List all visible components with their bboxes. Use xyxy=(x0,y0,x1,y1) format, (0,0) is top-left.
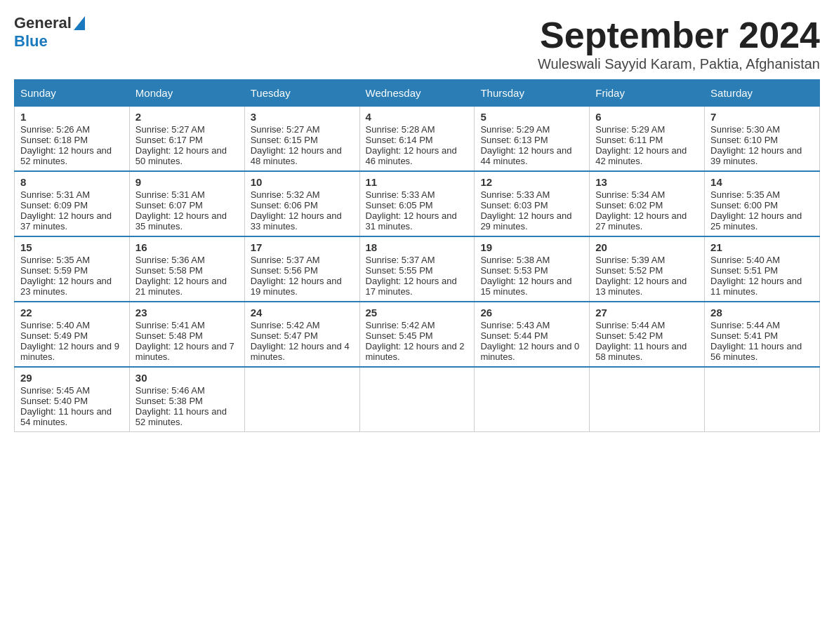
day-number: 23 xyxy=(135,307,239,318)
day-number: 29 xyxy=(20,372,124,384)
day-number: 15 xyxy=(20,241,124,253)
calendar-week-row: 22Sunrise: 5:40 AMSunset: 5:49 PMDayligh… xyxy=(15,302,820,367)
sunset: Sunset: 6:10 PM xyxy=(710,135,778,145)
calendar-cell: 2Sunrise: 5:27 AMSunset: 6:17 PMDaylight… xyxy=(129,107,244,172)
calendar-cell: 3Sunrise: 5:27 AMSunset: 6:15 PMDaylight… xyxy=(244,107,359,172)
sunrise: Sunrise: 5:36 AM xyxy=(135,255,205,265)
calendar-table: SundayMondayTuesdayWednesdayThursdayFrid… xyxy=(14,79,820,432)
sunrise: Sunrise: 5:26 AM xyxy=(20,124,90,135)
calendar-cell: 1Sunrise: 5:26 AMSunset: 6:18 PMDaylight… xyxy=(15,107,130,172)
calendar-cell xyxy=(244,367,359,432)
sunset: Sunset: 5:45 PM xyxy=(366,330,433,341)
sunrise: Sunrise: 5:29 AM xyxy=(595,124,665,135)
sunset: Sunset: 5:48 PM xyxy=(135,330,203,341)
header-monday: Monday xyxy=(129,80,244,107)
sunset: Sunset: 5:55 PM xyxy=(366,265,433,276)
sunrise: Sunrise: 5:37 AM xyxy=(366,255,435,265)
day-number: 25 xyxy=(366,307,469,318)
daylight: Daylight: 11 hours and 52 minutes. xyxy=(135,406,227,427)
calendar-cell: 6Sunrise: 5:29 AMSunset: 6:11 PMDaylight… xyxy=(590,107,705,172)
daylight: Daylight: 12 hours and 2 minutes. xyxy=(366,341,465,362)
sunrise: Sunrise: 5:44 AM xyxy=(710,320,780,330)
daylight: Daylight: 12 hours and 15 minutes. xyxy=(480,276,571,297)
calendar-week-row: 8Sunrise: 5:31 AMSunset: 6:09 PMDaylight… xyxy=(15,171,820,236)
daylight: Daylight: 12 hours and 39 minutes. xyxy=(710,145,802,166)
day-number: 3 xyxy=(251,111,354,123)
day-number: 14 xyxy=(710,176,814,188)
sunset: Sunset: 6:17 PM xyxy=(135,135,203,145)
daylight: Daylight: 12 hours and 37 minutes. xyxy=(20,210,112,232)
sunrise: Sunrise: 5:29 AM xyxy=(480,124,550,135)
calendar-cell: 18Sunrise: 5:37 AMSunset: 5:55 PMDayligh… xyxy=(359,236,475,302)
sunrise: Sunrise: 5:44 AM xyxy=(595,320,665,330)
daylight: Daylight: 12 hours and 29 minutes. xyxy=(480,210,571,232)
day-number: 27 xyxy=(595,307,699,318)
sunset: Sunset: 6:09 PM xyxy=(20,200,88,210)
sunrise: Sunrise: 5:32 AM xyxy=(251,189,320,200)
calendar-cell: 10Sunrise: 5:32 AMSunset: 6:06 PMDayligh… xyxy=(244,171,359,236)
day-number: 11 xyxy=(366,176,469,188)
sunset: Sunset: 5:38 PM xyxy=(135,396,203,406)
page-header: General Blue September 2024 Wuleswali Sa… xyxy=(14,14,820,72)
sunset: Sunset: 5:44 PM xyxy=(480,330,548,341)
day-number: 9 xyxy=(135,176,239,188)
calendar-cell: 30Sunrise: 5:46 AMSunset: 5:38 PMDayligh… xyxy=(129,367,244,432)
sunrise: Sunrise: 5:27 AM xyxy=(135,124,205,135)
day-number: 8 xyxy=(20,176,124,188)
day-number: 1 xyxy=(20,111,124,123)
daylight: Daylight: 12 hours and 13 minutes. xyxy=(595,276,687,297)
sunrise: Sunrise: 5:46 AM xyxy=(135,385,205,396)
calendar-cell: 11Sunrise: 5:33 AMSunset: 6:05 PMDayligh… xyxy=(359,171,475,236)
sunrise: Sunrise: 5:42 AM xyxy=(251,320,320,330)
calendar-cell: 22Sunrise: 5:40 AMSunset: 5:49 PMDayligh… xyxy=(15,302,130,367)
calendar-cell: 8Sunrise: 5:31 AMSunset: 6:09 PMDaylight… xyxy=(15,171,130,236)
sunrise: Sunrise: 5:28 AM xyxy=(366,124,435,135)
daylight: Daylight: 12 hours and 48 minutes. xyxy=(251,145,342,166)
header-tuesday: Tuesday xyxy=(244,80,359,107)
sunrise: Sunrise: 5:38 AM xyxy=(480,255,550,265)
sunrise: Sunrise: 5:27 AM xyxy=(251,124,320,135)
day-number: 4 xyxy=(366,111,469,123)
calendar-cell: 27Sunrise: 5:44 AMSunset: 5:42 PMDayligh… xyxy=(590,302,705,367)
day-number: 10 xyxy=(251,176,354,188)
daylight: Daylight: 12 hours and 17 minutes. xyxy=(366,276,457,297)
calendar-cell: 19Sunrise: 5:38 AMSunset: 5:53 PMDayligh… xyxy=(475,236,590,302)
daylight: Daylight: 12 hours and 9 minutes. xyxy=(20,341,119,362)
sunrise: Sunrise: 5:34 AM xyxy=(595,189,665,200)
sunset: Sunset: 5:58 PM xyxy=(135,265,203,276)
calendar-cell: 14Sunrise: 5:35 AMSunset: 6:00 PMDayligh… xyxy=(705,171,820,236)
calendar-cell: 25Sunrise: 5:42 AMSunset: 5:45 PMDayligh… xyxy=(359,302,475,367)
sunset: Sunset: 5:41 PM xyxy=(710,330,778,341)
sunset: Sunset: 6:18 PM xyxy=(20,135,88,145)
calendar-cell: 12Sunrise: 5:33 AMSunset: 6:03 PMDayligh… xyxy=(475,171,590,236)
daylight: Daylight: 11 hours and 58 minutes. xyxy=(595,341,687,362)
logo-text-blue: Blue xyxy=(14,32,48,50)
calendar-cell xyxy=(359,367,475,432)
daylight: Daylight: 12 hours and 0 minutes. xyxy=(480,341,579,362)
calendar-cell: 17Sunrise: 5:37 AMSunset: 5:56 PMDayligh… xyxy=(244,236,359,302)
daylight: Daylight: 12 hours and 23 minutes. xyxy=(20,276,112,297)
sunset: Sunset: 5:59 PM xyxy=(20,265,88,276)
sunrise: Sunrise: 5:43 AM xyxy=(480,320,550,330)
header-saturday: Saturday xyxy=(705,80,820,107)
sunrise: Sunrise: 5:40 AM xyxy=(20,320,90,330)
sunrise: Sunrise: 5:33 AM xyxy=(366,189,435,200)
sunrise: Sunrise: 5:30 AM xyxy=(710,124,780,135)
day-number: 26 xyxy=(480,307,583,318)
logo-triangle-icon xyxy=(74,16,85,30)
daylight: Daylight: 12 hours and 7 minutes. xyxy=(135,341,234,362)
day-number: 2 xyxy=(135,111,239,123)
daylight: Daylight: 11 hours and 56 minutes. xyxy=(710,341,802,362)
header-wednesday: Wednesday xyxy=(359,80,475,107)
calendar-cell xyxy=(475,367,590,432)
sunset: Sunset: 6:15 PM xyxy=(251,135,318,145)
month-title: September 2024 xyxy=(538,14,820,56)
calendar-cell: 16Sunrise: 5:36 AMSunset: 5:58 PMDayligh… xyxy=(129,236,244,302)
sunset: Sunset: 6:14 PM xyxy=(366,135,433,145)
day-number: 13 xyxy=(595,176,699,188)
sunset: Sunset: 6:07 PM xyxy=(135,200,203,210)
calendar-cell: 23Sunrise: 5:41 AMSunset: 5:48 PMDayligh… xyxy=(129,302,244,367)
daylight: Daylight: 12 hours and 27 minutes. xyxy=(595,210,687,232)
sunrise: Sunrise: 5:33 AM xyxy=(480,189,550,200)
calendar-header-row: SundayMondayTuesdayWednesdayThursdayFrid… xyxy=(15,80,820,107)
